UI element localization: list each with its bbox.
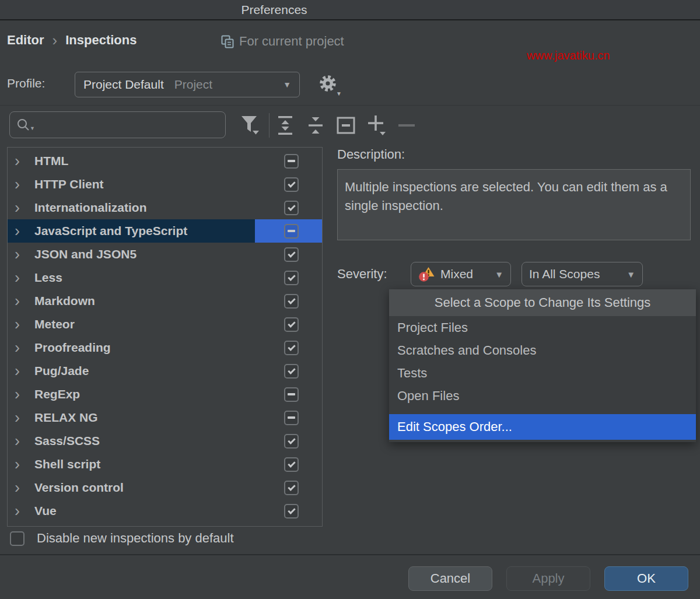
inspection-checkbox[interactable] <box>255 313 322 336</box>
tree-row[interactable]: ›Version control <box>8 476 322 499</box>
checkbox-icon[interactable] <box>284 224 299 239</box>
chevron-right-icon[interactable]: › <box>15 178 24 190</box>
expand-all-button[interactable] <box>275 114 295 136</box>
checkbox-icon[interactable] <box>284 504 299 519</box>
collapse-all-button[interactable] <box>306 114 326 136</box>
scope-dropdown[interactable]: In All Scopes ▼ <box>522 262 643 286</box>
tree-row[interactable]: ›HTML <box>8 149 322 173</box>
search-input[interactable] <box>35 118 210 132</box>
tree-row[interactable]: ›Internationalization <box>8 196 322 219</box>
checkbox-icon[interactable] <box>284 341 299 355</box>
tree-row[interactable]: ›Proofreading <box>8 336 322 359</box>
checkbox-icon[interactable] <box>10 531 24 546</box>
inspection-tree[interactable]: ›HTML›HTTP Client›Internationalization›J… <box>7 147 323 527</box>
inspection-checkbox[interactable] <box>255 149 322 173</box>
checkbox-icon[interactable] <box>284 411 299 425</box>
tree-row[interactable]: ›JavaScript and TypeScript <box>8 219 322 243</box>
tree-row[interactable]: ›Pug/Jade <box>8 359 322 383</box>
checkbox-icon[interactable] <box>284 154 299 169</box>
checkbox-icon[interactable] <box>284 481 299 495</box>
profile-dropdown[interactable]: Project Default Project ▼ <box>75 72 300 97</box>
tree-row[interactable]: ›Sass/SCSS <box>8 429 322 453</box>
severity-value: Mixed <box>440 267 473 281</box>
chevron-right-icon[interactable]: › <box>15 248 24 260</box>
inspection-checkbox[interactable] <box>255 476 322 499</box>
tree-row-label: HTML <box>34 154 68 168</box>
menu-item[interactable]: Tests <box>389 362 696 384</box>
filter-button[interactable] <box>240 114 260 136</box>
inspection-checkbox[interactable] <box>255 243 322 266</box>
chevron-right-icon[interactable]: › <box>15 412 24 423</box>
current-project-note: For current project <box>220 34 344 49</box>
reset-inspection-button[interactable] <box>336 114 356 136</box>
tree-row[interactable]: ›Meteor <box>8 313 322 336</box>
inspection-checkbox[interactable] <box>255 383 322 406</box>
breadcrumb-editor[interactable]: Editor <box>7 33 44 48</box>
checkbox-icon[interactable] <box>284 247 299 262</box>
checkbox-icon[interactable] <box>284 294 299 309</box>
search-input-wrap[interactable]: ▼ <box>9 111 226 138</box>
chevron-right-icon[interactable]: › <box>15 295 24 307</box>
chevron-right-icon[interactable]: › <box>15 388 24 400</box>
tree-row[interactable]: ›Less <box>8 266 322 289</box>
tree-row[interactable]: ›RegExp <box>8 383 322 406</box>
inspection-checkbox[interactable] <box>255 173 322 196</box>
menu-item-edit-scopes-order[interactable]: Edit Scopes Order... <box>389 414 696 440</box>
profile-label: Profile: <box>7 76 45 90</box>
menu-item[interactable]: Project Files <box>389 316 696 339</box>
disable-new-inspections-checkbox[interactable]: Disable new inspections by default <box>10 531 234 546</box>
chevron-down-icon: ▼ <box>626 269 635 279</box>
collapse-all-icon <box>306 115 325 136</box>
severity-dropdown[interactable]: Mixed ▼ <box>411 262 511 286</box>
chevron-right-icon[interactable]: › <box>15 225 24 237</box>
separator-line <box>0 105 700 106</box>
inspection-checkbox[interactable] <box>255 219 322 243</box>
tree-row[interactable]: ›Shell script <box>8 453 322 476</box>
menu-item[interactable]: Scratches and Consoles <box>389 339 696 362</box>
chevron-right-icon[interactable]: › <box>15 505 24 517</box>
tree-row-label: Sass/SCSS <box>34 434 100 448</box>
profile-gear-button[interactable]: ▼ <box>318 75 341 97</box>
cancel-button[interactable]: Cancel <box>408 566 492 591</box>
inspection-checkbox[interactable] <box>255 359 322 383</box>
checkbox-icon[interactable] <box>284 364 299 379</box>
inspection-checkbox[interactable] <box>255 196 322 219</box>
minus-icon <box>397 122 416 128</box>
chevron-right-icon[interactable]: › <box>15 342 24 353</box>
chevron-right-icon[interactable]: › <box>15 272 24 283</box>
tree-row[interactable]: ›Vue <box>8 499 322 523</box>
add-inspection-button[interactable] <box>366 114 386 136</box>
menu-item[interactable]: Open Files <box>389 384 696 407</box>
inspection-checkbox[interactable] <box>255 429 322 453</box>
chevron-right-icon[interactable]: › <box>15 365 24 377</box>
chevron-right-icon[interactable]: › <box>15 202 24 213</box>
tree-row[interactable]: ›Markdown <box>8 289 322 313</box>
remove-inspection-button[interactable] <box>397 114 416 136</box>
checkbox-icon[interactable] <box>284 201 299 215</box>
chevron-right-icon[interactable]: › <box>15 482 24 493</box>
chevron-right-icon[interactable]: › <box>15 435 24 447</box>
inspection-checkbox[interactable] <box>255 336 322 359</box>
checkbox-icon[interactable] <box>284 177 299 192</box>
checkbox-icon[interactable] <box>284 317 299 332</box>
inspection-checkbox[interactable] <box>255 289 322 313</box>
checkbox-icon[interactable] <box>284 387 299 402</box>
tree-row[interactable]: ›RELAX NG <box>8 406 322 429</box>
ok-button[interactable]: OK <box>604 566 688 591</box>
checkbox-icon[interactable] <box>284 457 299 472</box>
apply-button[interactable]: Apply <box>506 566 590 591</box>
tree-row-label: Proofreading <box>34 341 111 355</box>
tree-row[interactable]: ›JSON and JSON5 <box>8 243 322 266</box>
inspection-checkbox[interactable] <box>255 453 322 476</box>
chevron-right-icon[interactable]: › <box>15 318 24 330</box>
chevron-right-icon[interactable]: › <box>15 155 24 167</box>
inspection-checkbox[interactable] <box>255 499 322 523</box>
chevron-right-icon[interactable]: › <box>15 458 24 470</box>
inspection-checkbox[interactable] <box>255 406 322 429</box>
breadcrumb-inspections[interactable]: Inspections <box>65 33 136 48</box>
checkbox-icon[interactable] <box>284 271 299 285</box>
inspection-checkbox[interactable] <box>255 266 322 289</box>
search-icon[interactable]: ▼ <box>16 117 35 132</box>
tree-row[interactable]: ›HTTP Client <box>8 173 322 196</box>
checkbox-icon[interactable] <box>284 434 299 449</box>
